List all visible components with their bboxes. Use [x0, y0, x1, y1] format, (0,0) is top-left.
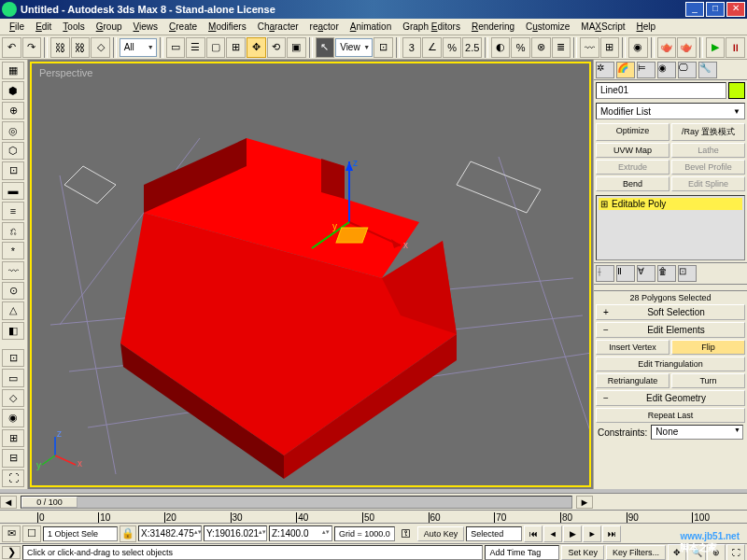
hierarchy-tab[interactable]: ⊨ [637, 62, 655, 78]
time-thumb[interactable]: 0 / 100 [21, 497, 78, 508]
bevel-button[interactable]: Bevel Profile [671, 160, 745, 175]
quick-render-button[interactable]: 🫖 [677, 37, 697, 58]
bind-button[interactable]: ◇ [91, 37, 110, 58]
snap-button[interactable]: 3 [402, 37, 422, 58]
reactor-btn-5[interactable]: ⬡ [2, 142, 24, 160]
edit-tri-button[interactable]: Edit Triangulation [596, 357, 745, 371]
soft-selection-rollout[interactable]: +Soft Selection [596, 304, 745, 320]
named-sel-button[interactable]: ◐ [491, 37, 511, 58]
reactor-btn-9[interactable]: ⎌ [2, 222, 24, 240]
unique-button[interactable]: ∀ [637, 265, 655, 282]
set-key-btn2[interactable]: Set Key [561, 545, 604, 560]
extrude-button[interactable]: Extrude [596, 160, 669, 175]
auto-key-button[interactable]: Auto Key [417, 526, 465, 541]
ref-coord-dropdown[interactable]: View [335, 38, 373, 57]
uvw-button[interactable]: UVW Map [596, 143, 669, 158]
next-frame-button[interactable]: ► [583, 525, 601, 542]
reactor-btn-18[interactable]: ◉ [2, 409, 24, 427]
y-coord-field[interactable]: Y:19016.021▴▾ [204, 525, 267, 541]
time-ruler[interactable]: 01020 304050 607080 90100 [0, 510, 747, 523]
menu-file[interactable]: File [4, 20, 30, 34]
stack-item-editable-poly[interactable]: ⊞ Editable Poly [599, 198, 742, 210]
flip-button[interactable]: Flip [671, 340, 745, 355]
menu-character[interactable]: Character [252, 20, 304, 34]
menu-reactor[interactable]: reactor [304, 20, 345, 34]
menu-maxscript[interactable]: MAXScript [575, 20, 630, 34]
lock-sel-button[interactable]: 🔒 [120, 525, 136, 542]
curve-button[interactable]: 〰 [580, 37, 599, 58]
select-name-button[interactable]: ☰ [186, 37, 205, 58]
menu-create[interactable]: Create [163, 20, 203, 34]
layers-button[interactable]: ≣ [552, 37, 571, 58]
pin-stack-button[interactable]: ⟊ [596, 265, 614, 282]
menu-graph[interactable]: Graph Editors [397, 20, 466, 34]
nav-orbit-button[interactable]: ⊕ [707, 544, 726, 561]
key-icon[interactable]: ⚿ [397, 528, 416, 539]
reactor-btn-17[interactable]: ◇ [2, 389, 24, 407]
reactor-btn-8[interactable]: ≡ [2, 202, 24, 219]
reactor-btn-10[interactable]: * [2, 242, 24, 259]
spinner-snap-button[interactable]: 2.5 [462, 37, 482, 58]
reactor-btn-2[interactable]: ⬢ [2, 81, 24, 99]
motion-tab[interactable]: ◉ [657, 62, 676, 78]
play-button[interactable]: ▶ [563, 525, 582, 542]
reactor-btn-3[interactable]: ⊕ [2, 102, 24, 119]
configure-button[interactable]: ⊡ [678, 265, 697, 282]
lathe-button[interactable]: Lathe [671, 143, 745, 158]
maximize-button[interactable]: □ [706, 2, 725, 17]
menu-rendering[interactable]: Rendering [466, 20, 520, 34]
nav-pan-button[interactable]: ✥ [668, 544, 686, 561]
sel-lock-button[interactable]: ☐ [22, 525, 41, 542]
edit-spline-button[interactable]: Edit Spline [671, 176, 745, 191]
reactor-btn-12[interactable]: ⊙ [2, 282, 24, 300]
z-coord-field[interactable]: Z:1400.0▴▾ [269, 525, 332, 541]
menu-customize[interactable]: Customize [520, 20, 575, 34]
menu-help[interactable]: Help [631, 20, 662, 34]
redo-button[interactable]: ↷ [22, 37, 42, 58]
add-time-tag[interactable]: Add Time Tag [485, 545, 559, 560]
prev-frame-button[interactable]: ◄ [543, 525, 562, 542]
timeline-left-button[interactable]: ◄ [0, 496, 17, 509]
align-button[interactable]: ⊗ [531, 37, 551, 58]
edit-geometry-rollout[interactable]: −Edit Geometry [596, 390, 745, 406]
repeat-last-button[interactable]: Repeat Last [596, 408, 745, 423]
window-cross-button[interactable]: ⊞ [226, 37, 246, 58]
object-name-field[interactable]: Line01 [596, 82, 726, 99]
cursor-button[interactable]: ↖ [316, 37, 335, 58]
reactor-btn-14[interactable]: ◧ [2, 322, 24, 340]
key-mode-dropdown[interactable]: Selected [466, 526, 522, 541]
menu-animation[interactable]: Animation [345, 20, 397, 34]
selection-filter-dropdown[interactable]: All [120, 38, 157, 57]
render-scene-button[interactable]: 🫖 [657, 37, 677, 58]
angle-snap-button[interactable]: ∠ [422, 37, 442, 58]
select-rect-button[interactable]: ▢ [206, 37, 226, 58]
reactor-btn-1[interactable]: ▦ [2, 62, 24, 79]
goto-start-button[interactable]: ⏮ [524, 525, 543, 542]
percent-snap-button[interactable]: % [443, 37, 462, 58]
menu-edit[interactable]: Edit [30, 20, 57, 34]
pivot-button[interactable]: ⊡ [374, 37, 393, 58]
maxscript-button[interactable]: ❯ [2, 546, 21, 559]
reactor-btn-11[interactable]: 〰 [2, 261, 24, 279]
optimize-button[interactable]: Optimize [596, 123, 669, 141]
reactor-btn-21[interactable]: ⛶ [2, 469, 24, 487]
display-tab[interactable]: 🖵 [678, 62, 697, 78]
reactor-btn-19[interactable]: ⊞ [2, 429, 24, 447]
nav-max-button[interactable]: ⛶ [726, 544, 745, 561]
material-button[interactable]: ◉ [628, 37, 648, 58]
undo-button[interactable]: ↶ [2, 37, 21, 58]
close-button[interactable]: ✕ [726, 2, 745, 17]
menu-modifiers[interactable]: Modifiers [203, 20, 252, 34]
insert-vertex-button[interactable]: Insert Vertex [596, 340, 669, 355]
modifier-list-dropdown[interactable]: Modifier List [596, 103, 745, 119]
retriangulate-button[interactable]: Retriangulate [596, 373, 669, 388]
link-button[interactable]: ⛓ [50, 37, 70, 58]
lock-button[interactable]: ✉ [2, 525, 21, 542]
goto-end-button[interactable]: ⏭ [602, 525, 621, 542]
object-color-swatch[interactable] [728, 82, 745, 99]
menu-tools[interactable]: Tools [57, 20, 90, 34]
reactor-btn-4[interactable]: ◎ [2, 121, 24, 139]
reactor-btn-20[interactable]: ⊟ [2, 449, 24, 467]
reactor-btn-13[interactable]: △ [2, 301, 24, 319]
reactor-btn-15[interactable]: ⊡ [2, 349, 24, 367]
